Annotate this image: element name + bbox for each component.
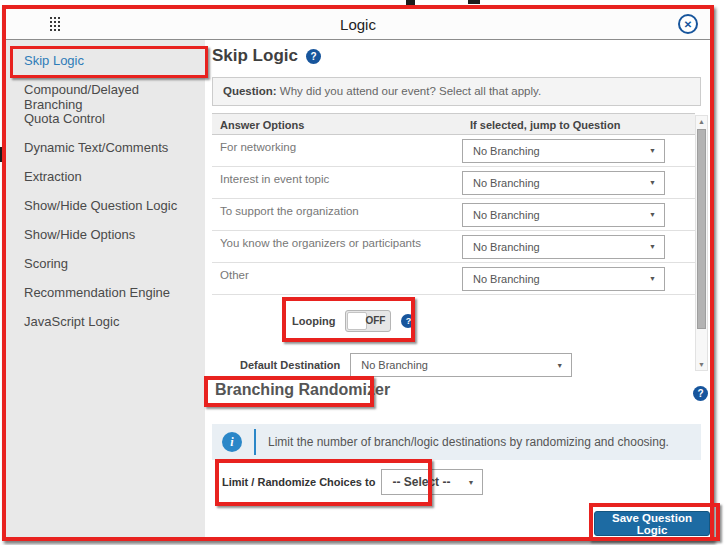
chevron-down-icon: ▼ — [649, 211, 656, 218]
chevron-down-icon: ▼ — [649, 147, 656, 154]
sidebar-item-extraction[interactable]: Extraction — [6, 162, 205, 191]
save-question-logic-button[interactable]: Save Question Logic — [594, 511, 710, 536]
scroll-up-icon[interactable]: ▲ — [696, 118, 707, 125]
column-header-jump-to-question: If selected, jump to Question — [462, 114, 628, 136]
sidebar-item-recommendation-engine[interactable]: Recommendation Engine — [6, 278, 205, 307]
toggle-knob — [347, 312, 367, 330]
question-label: Question: — [223, 85, 277, 97]
toggle-state-label: OFF — [365, 315, 385, 326]
question-box: Question: Why did you attend our event? … — [212, 77, 701, 106]
default-destination-label: Default Destination — [240, 359, 340, 371]
sidebar-item-dynamic-text-comments[interactable]: Dynamic Text/Comments — [6, 133, 205, 162]
jump-select-1[interactable]: No Branching ▼ — [462, 171, 665, 195]
sidebar-item-skip-logic[interactable]: Skip Logic — [6, 46, 205, 75]
table-row: Interest in event topic No Branching ▼ — [212, 167, 695, 199]
answer-option-label: To support the organization — [212, 205, 462, 217]
info-icon: i — [222, 432, 242, 452]
sidebar-item-scoring[interactable]: Scoring — [6, 249, 205, 278]
answer-option-label: For networking — [212, 141, 462, 153]
content-panel: Skip Logic ? Question: Why did you atten… — [205, 40, 710, 537]
info-alert: i Limit the number of branch/logic desti… — [212, 424, 701, 460]
jump-select-0[interactable]: No Branching ▼ — [462, 139, 665, 163]
limit-randomize-value: -- Select -- — [392, 475, 467, 489]
jump-select-value: No Branching — [473, 145, 649, 157]
column-header-answer-options: Answer Options — [212, 114, 312, 134]
dialog-body: Skip Logic Compound/Delayed Branching Qu… — [6, 40, 710, 537]
chevron-down-icon: ▼ — [649, 243, 656, 250]
jump-select-4[interactable]: No Branching ▼ — [462, 267, 665, 291]
jump-select-value: No Branching — [473, 273, 649, 285]
table-row: To support the organization No Branching… — [212, 199, 695, 231]
limit-randomize-row: Limit / Randomize Choices to -- Select -… — [222, 469, 483, 495]
limit-randomize-select[interactable]: -- Select -- ▼ — [381, 469, 483, 495]
sidebar-item-show-hide-question-logic[interactable]: Show/Hide Question Logic — [6, 191, 205, 220]
answer-option-label: You know the organizers or participants — [212, 237, 462, 249]
looping-row: Looping OFF ? — [292, 305, 415, 337]
close-glyph: ✕ — [684, 19, 692, 30]
info-divider — [254, 429, 256, 455]
section-heading-row: Skip Logic ? — [212, 46, 321, 66]
help-icon[interactable]: ? — [693, 386, 708, 401]
table-header-row: Answer Options If selected, jump to Ques… — [212, 113, 695, 135]
sidebar: Skip Logic Compound/Delayed Branching Qu… — [6, 40, 205, 537]
logic-dialog: Logic ✕ Skip Logic Compound/Delayed Bran… — [2, 5, 714, 541]
jump-select-value: No Branching — [473, 177, 649, 189]
table-row: For networking No Branching ▼ — [212, 135, 695, 167]
help-icon[interactable]: ? — [401, 314, 415, 328]
help-icon[interactable]: ? — [306, 49, 321, 64]
chevron-down-icon: ▼ — [467, 479, 474, 486]
table-row: Other No Branching ▼ — [212, 263, 695, 295]
answer-option-label: Interest in event topic — [212, 173, 462, 185]
branching-randomizer-heading-row: Branching Randomizer — [215, 381, 390, 399]
default-destination-row: Default Destination No Branching ▼ — [240, 353, 572, 377]
sidebar-item-show-hide-options[interactable]: Show/Hide Options — [6, 220, 205, 249]
dialog-title: Logic — [6, 16, 710, 33]
dialog-header: Logic ✕ — [6, 9, 710, 40]
answer-option-label: Other — [212, 269, 462, 281]
default-destination-select[interactable]: No Branching ▼ — [350, 353, 572, 377]
close-icon[interactable]: ✕ — [678, 14, 698, 34]
jump-select-3[interactable]: No Branching ▼ — [462, 235, 665, 259]
branching-randomizer-heading: Branching Randomizer — [215, 381, 390, 398]
page-title: Skip Logic — [212, 46, 298, 66]
scroll-down-icon[interactable]: ▼ — [696, 361, 707, 368]
limit-randomize-label: Limit / Randomize Choices to — [222, 476, 375, 488]
jump-select-value: No Branching — [473, 241, 649, 253]
sidebar-item-javascript-logic[interactable]: JavaScript Logic — [6, 307, 205, 336]
branching-scroll-area: Answer Options If selected, jump to Ques… — [212, 113, 708, 373]
info-text: Limit the number of branch/logic destina… — [268, 435, 669, 449]
chevron-down-icon: ▼ — [649, 179, 656, 186]
jump-select-2[interactable]: No Branching ▼ — [462, 203, 665, 227]
jump-select-value: No Branching — [473, 209, 649, 221]
looping-label: Looping — [292, 315, 335, 327]
vertical-scrollbar[interactable]: ▲ ▼ — [695, 115, 708, 371]
scrollbar-thumb[interactable] — [697, 129, 706, 329]
table-row: You know the organizers or participants … — [212, 231, 695, 263]
chevron-down-icon: ▼ — [649, 275, 656, 282]
default-destination-value: No Branching — [361, 359, 556, 371]
background-artifact — [468, 0, 480, 4]
question-text: Why did you attend our event? Select all… — [277, 85, 541, 97]
sidebar-item-compound-delayed-branching[interactable]: Compound/Delayed Branching — [6, 75, 205, 104]
looping-toggle[interactable]: OFF — [345, 310, 391, 332]
chevron-down-icon: ▼ — [556, 362, 563, 369]
page: Logic ✕ Skip Logic Compound/Delayed Bran… — [0, 0, 727, 545]
